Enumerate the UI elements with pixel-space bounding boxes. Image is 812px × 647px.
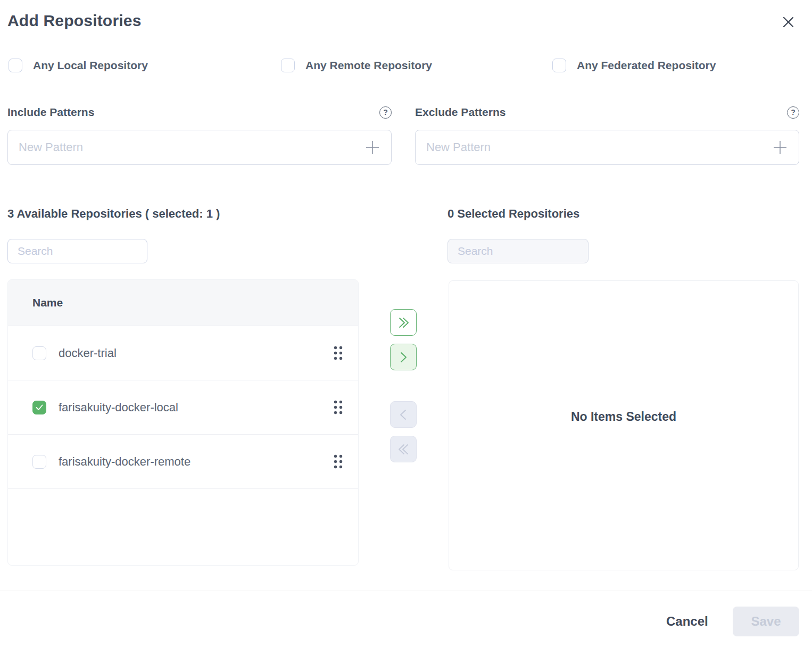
any-remote-repository-checkbox[interactable]: [281, 59, 295, 72]
include-patterns-label: Include Patterns: [7, 106, 94, 119]
include-pattern-inputwrap: [7, 130, 392, 165]
exclude-patterns-section: Exclude Patterns ?: [415, 105, 799, 165]
footer-divider: [0, 591, 812, 591]
any-federated-repository-checkbox[interactable]: [552, 59, 566, 72]
any-local-repository-label: Any Local Repository: [33, 59, 148, 72]
table-row[interactable]: farisakuity-docker-remote: [8, 435, 358, 489]
available-repositories-table: Name docker-trial fa: [7, 279, 359, 566]
add-repositories-modal: Add Repositories Any Local Repository An…: [0, 0, 812, 647]
any-remote-repository-option[interactable]: Any Remote Repository: [281, 59, 432, 72]
table-row[interactable]: farisakuity-docker-local: [8, 380, 358, 435]
drag-handle-icon[interactable]: [333, 454, 343, 469]
drag-handle-icon[interactable]: [333, 400, 343, 415]
plus-icon: [772, 139, 788, 155]
include-pattern-add-button[interactable]: [364, 139, 380, 155]
move-all-left-button[interactable]: [390, 436, 417, 462]
save-button[interactable]: Save: [733, 607, 799, 636]
row-checkbox[interactable]: [32, 455, 46, 469]
any-federated-repository-label: Any Federated Repository: [577, 59, 716, 72]
table-row[interactable]: docker-trial: [8, 326, 358, 380]
chevron-right-icon: [397, 350, 410, 364]
exclude-patterns-help-icon[interactable]: ?: [787, 106, 799, 119]
no-items-selected-message: No Items Selected: [571, 410, 676, 424]
drag-handle-icon[interactable]: [333, 345, 343, 361]
double-chevron-right-icon: [396, 316, 411, 330]
include-patterns-section: Include Patterns ?: [7, 105, 392, 165]
any-local-repository-checkbox[interactable]: [9, 59, 22, 72]
double-chevron-left-icon: [396, 442, 411, 457]
any-remote-repository-label: Any Remote Repository: [305, 59, 432, 72]
plus-icon: [364, 139, 380, 155]
cancel-button[interactable]: Cancel: [650, 607, 724, 636]
any-federated-repository-option[interactable]: Any Federated Repository: [552, 59, 716, 72]
close-button[interactable]: [778, 12, 798, 32]
repository-name: farisakuity-docker-local: [59, 401, 333, 414]
repository-name: docker-trial: [59, 346, 333, 360]
available-repositories-heading: 3 Available Repositories ( selected: 1 ): [7, 207, 220, 221]
table-header-name: Name: [8, 280, 358, 326]
exclude-pattern-add-button[interactable]: [772, 139, 788, 155]
check-icon: [36, 404, 43, 411]
row-checkbox[interactable]: [32, 401, 46, 414]
any-local-repository-option[interactable]: Any Local Repository: [9, 59, 148, 72]
selected-repositories-heading: 0 Selected Repositories: [448, 207, 579, 221]
row-checkbox[interactable]: [32, 346, 46, 360]
chevron-left-icon: [397, 408, 410, 422]
move-right-button[interactable]: [390, 344, 417, 370]
available-search-input[interactable]: [7, 239, 147, 263]
include-patterns-help-icon[interactable]: ?: [379, 106, 392, 119]
exclude-patterns-label: Exclude Patterns: [415, 106, 506, 119]
exclude-pattern-inputwrap: [415, 130, 799, 165]
repository-name: farisakuity-docker-remote: [59, 455, 333, 469]
move-all-right-button[interactable]: [390, 309, 417, 336]
move-left-button[interactable]: [390, 401, 417, 428]
include-pattern-input[interactable]: [19, 140, 364, 154]
close-icon: [780, 14, 797, 30]
selected-search-input[interactable]: [448, 239, 589, 263]
selected-repositories-panel: No Items Selected: [449, 280, 799, 570]
exclude-pattern-input[interactable]: [426, 140, 772, 154]
modal-title: Add Repositories: [7, 12, 142, 30]
